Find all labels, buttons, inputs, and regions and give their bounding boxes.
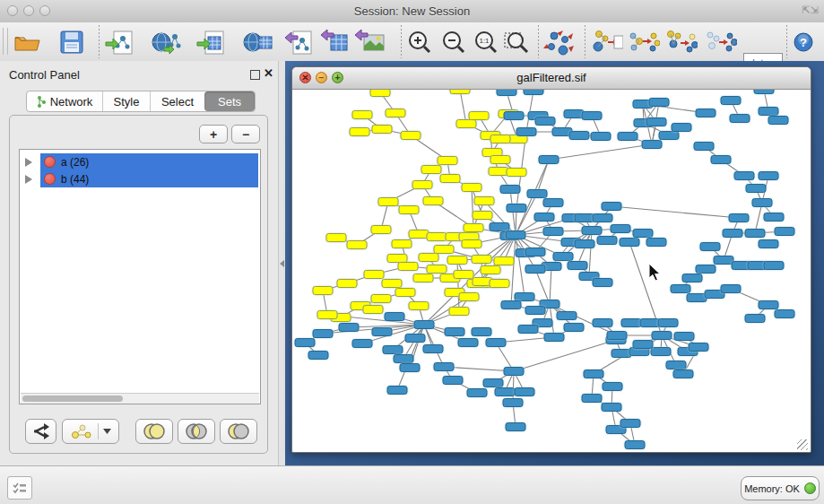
set-row-b[interactable]: b (44) <box>20 170 258 187</box>
remove-set-button[interactable]: − <box>231 125 260 143</box>
export-image-button[interactable] <box>353 26 386 57</box>
graph-node[interactable] <box>721 285 741 293</box>
graph-node[interactable] <box>525 248 545 256</box>
graph-node[interactable] <box>490 135 510 143</box>
graph-node[interactable] <box>673 370 693 378</box>
graph-node[interactable] <box>593 214 612 222</box>
graph-node[interactable] <box>405 335 425 343</box>
graph-node[interactable] <box>440 175 460 183</box>
graph-node[interactable] <box>489 168 508 176</box>
graph-node[interactable] <box>745 230 765 238</box>
graph-node[interactable] <box>651 348 671 356</box>
intersect-sets-button[interactable] <box>178 419 215 444</box>
graph-node[interactable] <box>689 343 708 352</box>
graph-node[interactable] <box>419 254 438 262</box>
graph-node[interactable] <box>464 224 483 232</box>
zoom-in-button[interactable] <box>403 26 436 57</box>
graph-node[interactable] <box>764 262 784 270</box>
network-window[interactable]: ✕ − + galFiltered.sif <box>291 66 811 453</box>
graph-node[interactable] <box>427 265 447 274</box>
graph-node[interactable] <box>490 156 510 164</box>
graph-node[interactable] <box>700 243 720 251</box>
graph-edge[interactable] <box>755 203 762 233</box>
graph-node[interactable] <box>602 203 621 211</box>
deselect-all-button[interactable] <box>705 26 737 57</box>
select-first-neighbors-button[interactable] <box>628 26 660 57</box>
graph-node[interactable] <box>775 310 794 318</box>
graph-node[interactable] <box>483 379 503 387</box>
graph-edge[interactable] <box>516 235 525 297</box>
graph-node[interactable] <box>569 132 589 140</box>
graph-node[interactable] <box>383 346 403 354</box>
tab-style[interactable]: Style <box>102 91 150 111</box>
graph-node[interactable] <box>387 255 407 263</box>
graph-node[interactable] <box>515 293 534 301</box>
graph-node[interactable] <box>671 285 690 293</box>
graph-node[interactable] <box>759 301 778 309</box>
graph-node[interactable] <box>339 324 359 332</box>
select-from-file-button[interactable] <box>592 26 624 57</box>
disclosure-triangle-icon[interactable] <box>25 158 32 167</box>
save-session-button[interactable] <box>56 26 88 57</box>
zoom-selected-button[interactable] <box>500 26 533 57</box>
graph-node[interactable] <box>620 420 640 428</box>
graph-node[interactable] <box>759 240 778 248</box>
graph-node[interactable] <box>527 190 547 198</box>
graph-node[interactable] <box>378 198 398 206</box>
tab-select[interactable]: Select <box>150 91 204 111</box>
graph-node[interactable] <box>633 230 653 238</box>
graph-node[interactable] <box>568 262 587 270</box>
graph-node[interactable] <box>364 271 384 279</box>
select-all-nodes-button[interactable] <box>665 26 698 57</box>
graph-node[interactable] <box>618 133 638 141</box>
graph-node[interactable] <box>759 108 778 116</box>
graph-node[interactable] <box>603 383 622 391</box>
graph-node[interactable] <box>423 197 443 205</box>
graph-node[interactable] <box>450 90 470 94</box>
graph-node[interactable] <box>759 172 778 180</box>
graph-node[interactable] <box>317 311 337 319</box>
graph-node[interactable] <box>516 128 536 136</box>
graph-node[interactable] <box>409 230 429 239</box>
graph-node[interactable] <box>745 315 765 323</box>
graph-node[interactable] <box>398 263 418 271</box>
graph-node[interactable] <box>394 355 413 363</box>
graph-node[interactable] <box>557 312 577 320</box>
graph-edge[interactable] <box>549 144 652 160</box>
graph-node[interactable] <box>711 156 731 164</box>
graph-node[interactable] <box>447 256 467 265</box>
graph-node[interactable] <box>382 280 402 288</box>
graph-node[interactable] <box>507 169 526 177</box>
tab-sets[interactable]: Sets <box>204 91 255 111</box>
graph-edge[interactable] <box>513 371 514 403</box>
graph-node[interactable] <box>535 117 555 126</box>
graph-node[interactable] <box>326 234 346 242</box>
help-button[interactable]: ? <box>787 26 820 57</box>
graph-edge[interactable] <box>460 90 466 124</box>
graph-node[interactable] <box>734 172 754 180</box>
graph-node[interactable] <box>421 166 441 174</box>
graph-node[interactable] <box>582 112 602 120</box>
graph-node[interactable] <box>607 332 627 340</box>
zoom-fit-button[interactable]: 1:1 <box>470 26 502 57</box>
graph-node[interactable] <box>352 340 372 348</box>
graph-node[interactable] <box>659 132 679 140</box>
graph-node[interactable] <box>584 370 603 378</box>
graph-edge[interactable] <box>535 269 550 304</box>
graph-node[interactable] <box>399 206 419 214</box>
graph-node[interactable] <box>371 295 391 303</box>
graph-node[interactable] <box>400 364 420 372</box>
create-set-menu-button[interactable] <box>62 419 119 444</box>
graph-node[interactable] <box>687 294 707 302</box>
graph-node[interactable] <box>518 326 538 334</box>
graph-node[interactable] <box>495 388 515 396</box>
graph-node[interactable] <box>454 271 473 279</box>
disclosure-triangle-icon[interactable] <box>25 175 32 184</box>
graph-node[interactable] <box>611 350 631 358</box>
graph-node[interactable] <box>497 90 516 96</box>
graph-node[interactable] <box>611 225 630 233</box>
graph-node[interactable] <box>506 231 525 239</box>
import-network-file-button[interactable] <box>103 26 135 57</box>
graph-node[interactable] <box>458 339 478 347</box>
graph-node[interactable] <box>473 212 492 220</box>
